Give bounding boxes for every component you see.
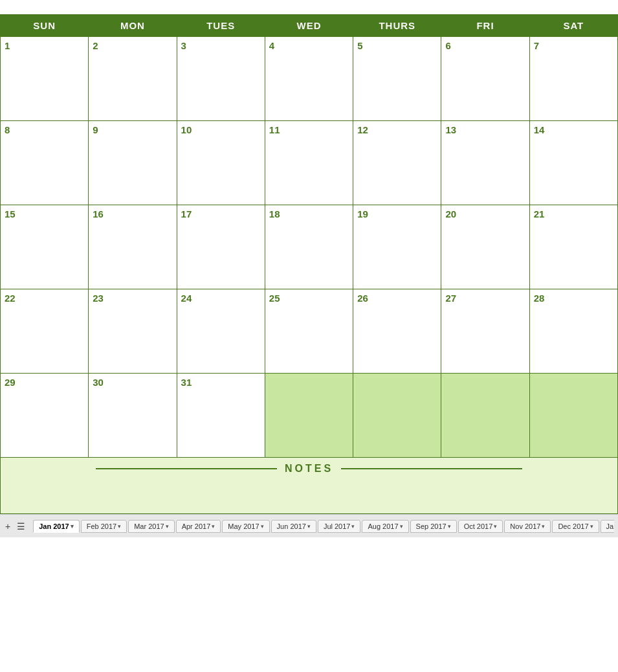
day-cell-1[interactable]: 1 <box>1 37 89 121</box>
day-number: 12 <box>357 124 437 135</box>
sheet-tab-nov-2017[interactable]: Nov 2017 ▾ <box>504 520 551 533</box>
day-cell-10[interactable]: 10 <box>177 121 265 205</box>
day-cell-11[interactable]: 11 <box>265 121 353 205</box>
day-header-tues: TUES <box>177 15 265 37</box>
sheet-tab-arrow: ▾ <box>307 523 311 530</box>
day-number: 3 <box>181 40 261 51</box>
sheet-tab-label: Apr 2017 <box>182 522 211 530</box>
day-cell-28[interactable]: 28 <box>529 289 617 374</box>
day-number: 22 <box>5 293 84 304</box>
day-cell-26[interactable]: 26 <box>353 289 441 374</box>
day-cell-6[interactable]: 6 <box>441 37 529 121</box>
day-cell-3[interactable]: 3 <box>177 37 265 121</box>
day-header-sat: SAT <box>529 15 617 37</box>
sheet-tab-oct-2017[interactable]: Oct 2017 ▾ <box>458 520 503 533</box>
sheet-tab-arrow: ▾ <box>118 523 121 530</box>
day-cell-15[interactable]: 15 <box>1 205 89 289</box>
day-cell-2[interactable]: 2 <box>89 37 177 121</box>
day-cell-17[interactable]: 17 <box>177 205 265 289</box>
day-cell-23[interactable]: 23 <box>89 289 177 374</box>
day-number: 10 <box>181 124 261 135</box>
day-number: 5 <box>357 40 437 51</box>
day-cell-5[interactable]: 5 <box>353 37 441 121</box>
day-cell-16[interactable]: 16 <box>89 205 177 289</box>
calendar-title <box>0 0 618 14</box>
empty-cell[interactable] <box>441 374 529 458</box>
day-cell-20[interactable]: 20 <box>441 205 529 289</box>
sheet-tab-label: Sep 2017 <box>416 522 447 530</box>
day-cell-9[interactable]: 9 <box>89 121 177 205</box>
sheet-tab-jan-2018[interactable]: Jan 2018 ▾ <box>601 520 614 533</box>
sheet-tab-arrow: ▾ <box>166 523 169 530</box>
sheet-tab-arrow: ▾ <box>400 523 403 530</box>
sheet-tab-arrow: ▾ <box>542 523 545 530</box>
day-header-wed: WED <box>265 15 353 37</box>
day-number: 30 <box>93 377 172 388</box>
day-header-sun: SUN <box>1 15 89 37</box>
notes-cell[interactable]: NOTES <box>1 458 618 514</box>
sheet-tab-jul-2017[interactable]: Jul 2017 ▾ <box>318 520 361 533</box>
day-number: 8 <box>5 124 84 135</box>
day-cell-13[interactable]: 13 <box>441 121 529 205</box>
sheet-tab-label: Nov 2017 <box>510 522 540 530</box>
sheet-tab-label: Mar 2017 <box>134 522 164 530</box>
sheet-tab-sep-2017[interactable]: Sep 2017 ▾ <box>410 520 457 533</box>
day-cell-27[interactable]: 27 <box>441 289 529 374</box>
sheet-tab-mar-2017[interactable]: Mar 2017 ▾ <box>128 520 174 533</box>
day-cell-12[interactable]: 12 <box>353 121 441 205</box>
day-cell-29[interactable]: 29 <box>1 374 89 458</box>
sheet-tab-label: Aug 2017 <box>368 522 398 530</box>
day-number: 15 <box>5 208 84 219</box>
day-cell-31[interactable]: 31 <box>177 374 265 458</box>
sheet-tab-label: Jul 2017 <box>324 522 351 530</box>
day-number: 21 <box>534 208 613 219</box>
day-number: 23 <box>93 293 172 304</box>
day-number: 31 <box>181 377 261 388</box>
day-header-fri: FRI <box>441 15 529 37</box>
sheet-tab-jan-2017[interactable]: Jan 2017 ▾ <box>33 520 79 533</box>
sheet-tab-label: Dec 2017 <box>558 522 588 530</box>
day-cell-19[interactable]: 19 <box>353 205 441 289</box>
calendar-wrapper: SUNMONTUESWEDTHURSFRISAT 123456789101112… <box>0 0 618 514</box>
sheet-tabs: Jan 2017 ▾Feb 2017 ▾Mar 2017 ▾Apr 2017 ▾… <box>33 520 614 533</box>
calendar-body: 1234567891011121314151617181920212223242… <box>1 37 618 514</box>
day-cell-7[interactable]: 7 <box>529 37 617 121</box>
day-number: 7 <box>534 40 613 51</box>
sheet-tab-label: May 2017 <box>228 522 259 530</box>
empty-cell[interactable] <box>529 374 617 458</box>
day-number: 13 <box>445 124 525 135</box>
notes-line-right <box>341 468 522 469</box>
sheet-tab-arrow: ▾ <box>590 523 593 530</box>
sheet-tab-jun-2017[interactable]: Jun 2017 ▾ <box>271 520 316 533</box>
day-cell-4[interactable]: 4 <box>265 37 353 121</box>
day-number: 26 <box>357 293 437 304</box>
sheet-tab-label: Oct 2017 <box>464 522 493 530</box>
day-number: 11 <box>269 124 349 135</box>
bottom-bar-icons: + ☰ <box>4 520 27 533</box>
week-row-4: 22232425262728 <box>1 289 618 374</box>
sheet-tab-feb-2017[interactable]: Feb 2017 ▾ <box>81 520 127 533</box>
sheet-tab-apr-2017[interactable]: Apr 2017 ▾ <box>176 520 221 533</box>
day-cell-8[interactable]: 8 <box>1 121 89 205</box>
day-number: 27 <box>445 293 525 304</box>
day-cell-21[interactable]: 21 <box>529 205 617 289</box>
sheet-tab-label: Jun 2017 <box>277 522 306 530</box>
day-cell-18[interactable]: 18 <box>265 205 353 289</box>
day-cell-14[interactable]: 14 <box>529 121 617 205</box>
sheet-tab-dec-2017[interactable]: Dec 2017 ▾ <box>552 520 599 533</box>
menu-icon[interactable]: ☰ <box>16 520 27 533</box>
day-number: 16 <box>93 208 172 219</box>
notes-label: NOTES <box>1 463 617 475</box>
sheet-tab-may-2017[interactable]: May 2017 ▾ <box>222 520 269 533</box>
day-cell-30[interactable]: 30 <box>89 374 177 458</box>
day-cell-22[interactable]: 22 <box>1 289 89 374</box>
sheet-tab-aug-2017[interactable]: Aug 2017 ▾ <box>362 520 408 533</box>
day-cell-24[interactable]: 24 <box>177 289 265 374</box>
day-cell-25[interactable]: 25 <box>265 289 353 374</box>
week-row-3: 15161718192021 <box>1 205 618 289</box>
empty-cell[interactable] <box>265 374 353 458</box>
day-header-mon: MON <box>89 15 177 37</box>
empty-cell[interactable] <box>353 374 441 458</box>
add-sheet-icon[interactable]: + <box>4 520 12 533</box>
day-number: 20 <box>445 208 525 219</box>
